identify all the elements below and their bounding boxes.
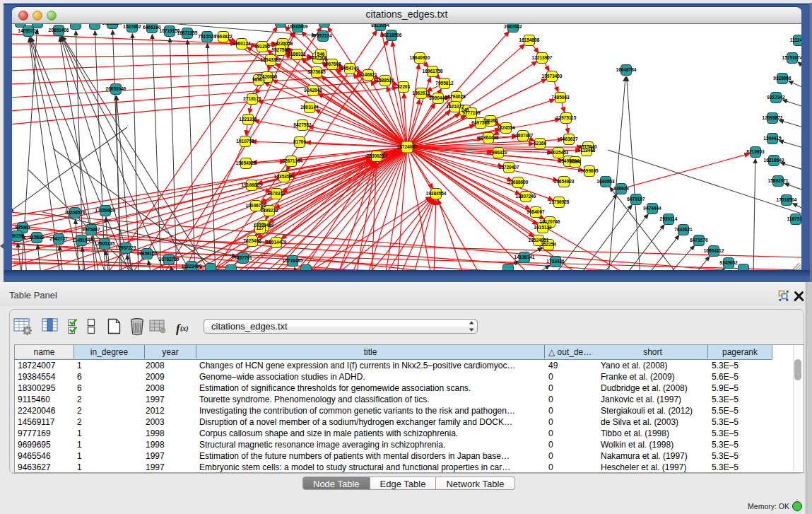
svg-text:10973493: 10973493 [542,74,563,78]
svg-text:1527602: 1527602 [123,24,141,29]
svg-text:8427552: 8427552 [293,122,312,127]
svg-text:82203: 82203 [397,84,410,89]
svg-text:39159: 39159 [12,233,23,238]
svg-text:20691406: 20691406 [49,28,69,33]
svg-text:9527506: 9527506 [271,47,290,52]
svg-text:16961758: 16961758 [423,69,443,74]
svg-text:19654925: 19654925 [236,160,257,165]
svg-text:8990448: 8990448 [429,95,447,100]
svg-text:7955812: 7955812 [435,81,454,86]
svg-text:citations_edges.txt: citations_edges.txt [211,321,288,332]
svg-text:9777169: 9777169 [462,110,481,115]
svg-text:835061: 835061 [15,225,30,230]
svg-text:9474444: 9474444 [643,206,661,211]
svg-text:19166825: 19166825 [242,182,262,187]
svg-text:20206576: 20206576 [65,210,86,215]
svg-text:16154808: 16154808 [519,37,540,42]
svg-text:26053346: 26053346 [106,86,126,91]
svg-text:9245652: 9245652 [719,260,738,265]
svg-text:252254: 252254 [541,242,556,247]
svg-text:7485063: 7485063 [551,95,570,100]
svg-text:3875685: 3875685 [307,69,326,74]
svg-text:7986322: 7986322 [489,150,507,155]
svg-text:9329966: 9329966 [773,76,792,81]
svg-text:2935114: 2935114 [660,216,678,221]
svg-text:8960123: 8960123 [233,41,251,46]
svg-text:2718176: 2718176 [243,96,261,101]
svg-text:12505135: 12505135 [95,241,115,246]
svg-text:9146821: 9146821 [359,72,377,77]
svg-text:115689: 115689 [29,235,45,240]
svg-text:9857791: 9857791 [234,255,252,260]
svg-text:2087682: 2087682 [504,24,522,29]
svg-text:6497568: 6497568 [471,120,490,125]
svg-text:1588520: 1588520 [376,78,394,83]
svg-text:17359924: 17359924 [95,208,116,213]
svg-text:2967608: 2967608 [323,62,341,66]
svg-text:3498222: 3498222 [260,208,278,213]
svg-text:8678332: 8678332 [267,191,286,196]
svg-text:(x): (x) [180,325,189,333]
svg-text:16671355: 16671355 [177,30,198,35]
svg-text:9975867: 9975867 [82,227,100,232]
svg-text:25300215: 25300215 [367,153,387,158]
svg-text:12213967: 12213967 [532,55,553,60]
svg-text:16914479: 16914479 [266,240,287,245]
svg-text:62160: 62160 [534,141,546,146]
svg-text:9084067: 9084067 [526,209,545,214]
svg-text:127: 127 [257,226,264,230]
svg-text:17016504: 17016504 [777,197,797,202]
svg-text:16648784: 16648784 [616,67,637,72]
svg-text:6679197: 6679197 [627,197,645,201]
svg-text:14136141: 14136141 [514,255,535,259]
svg-text:15692971: 15692971 [768,178,789,183]
svg-text:3267130: 3267130 [282,158,300,163]
svg-text:10958107: 10958107 [137,251,158,256]
svg-text:3624554: 3624554 [497,125,515,130]
svg-text:19384554: 19384554 [426,191,447,196]
svg-text:1167533: 1167533 [787,216,801,221]
svg-text:19756928: 19756928 [549,199,570,204]
svg-text:16210643: 16210643 [764,158,784,163]
svg-text:10025453: 10025453 [548,150,569,155]
svg-text:16782759: 16782759 [159,257,180,262]
svg-text:9113468: 9113468 [578,148,596,153]
svg-text:16120746: 16120746 [540,219,560,224]
svg-text:10807487: 10807487 [513,133,534,138]
svg-text:1244415: 1244415 [763,136,782,141]
svg-text:20364436: 20364436 [478,135,499,140]
svg-text:12093872: 12093872 [763,115,783,120]
svg-text:16543362: 16543362 [261,57,281,62]
svg-text:10688609: 10688609 [508,180,529,185]
svg-text:19218506: 19218506 [382,33,402,37]
svg-text:8471676: 8471676 [690,238,708,243]
svg-text:81700: 81700 [293,139,306,144]
svg-text:7632621: 7632621 [674,227,693,232]
svg-text:891295: 891295 [254,44,270,49]
svg-text:9242848: 9242848 [304,88,322,93]
svg-text:9664: 9664 [570,159,581,164]
svg-text:7625402: 7625402 [243,238,261,243]
svg-text:11923468: 11923468 [182,264,202,269]
svg-text:6794028: 6794028 [447,94,466,99]
svg-text:8213953: 8213953 [746,149,765,154]
svg-text:1112480: 1112480 [790,37,801,42]
svg-text:12353594: 12353594 [274,174,295,179]
svg-text:9463627: 9463627 [560,136,578,141]
svg-text:1145194: 1145194 [73,238,90,243]
svg-text:546: 546 [317,52,325,57]
svg-text:7515524: 7515524 [198,34,216,39]
svg-text:13226058: 13226058 [273,41,293,46]
svg-text:7357224: 7357224 [314,33,332,38]
svg-text:18640910: 18640910 [410,55,430,60]
svg-text:15751074: 15751074 [782,55,801,60]
svg-text:6466160: 6466160 [143,25,161,30]
svg-text:10654112: 10654112 [704,248,724,253]
svg-text:1221338: 1221338 [239,117,257,122]
svg-text:12975115: 12975115 [556,115,577,120]
svg-text:7663822: 7663822 [214,34,233,39]
svg-text:16033809: 16033809 [288,24,308,29]
svg-text:9227342: 9227342 [767,95,785,100]
svg-text:8186323: 8186323 [288,52,306,57]
svg-text:10046736: 10046736 [246,203,266,208]
